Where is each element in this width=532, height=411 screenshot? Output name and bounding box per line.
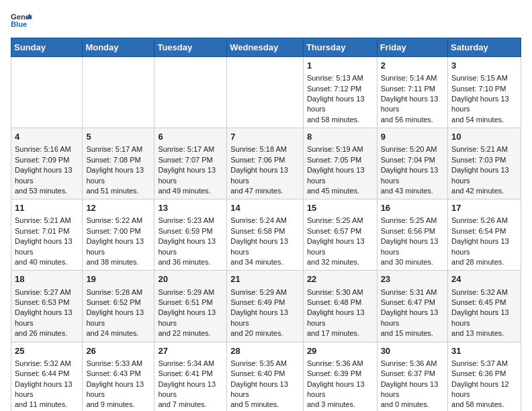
cell-info-line: Daylight hours 13 hours <box>230 236 300 257</box>
cell-info-line: Sunset: 7:08 PM <box>86 155 150 165</box>
cell-info-line: Sunset: 7:00 PM <box>86 226 150 236</box>
cell-info-line: Sunrise: 5:36 AM <box>307 359 373 369</box>
calendar-cell: 11Sunrise: 5:21 AMSunset: 7:01 PMDayligh… <box>11 199 83 271</box>
cell-info-line: Daylight hours 13 hours <box>230 165 300 186</box>
cell-info-line: Sunset: 6:36 PM <box>451 369 517 379</box>
cell-info-line: Sunset: 6:41 PM <box>158 369 223 379</box>
cell-info-line: Daylight hours 13 hours <box>86 379 150 400</box>
cell-info-line: Daylight hours 13 hours <box>86 236 150 257</box>
day-header-wednesday: Wednesday <box>227 38 304 57</box>
cell-info-line: Daylight hours 13 hours <box>451 165 517 186</box>
cell-info-line: and 15 minutes. <box>381 328 444 338</box>
day-number: 19 <box>86 273 150 285</box>
calendar-cell: 28Sunrise: 5:35 AMSunset: 6:40 PMDayligh… <box>227 342 304 411</box>
calendar-cell: 9Sunrise: 5:20 AMSunset: 7:04 PMDaylight… <box>377 128 447 199</box>
cell-info-line: Sunset: 6:53 PM <box>15 298 79 308</box>
cell-info-line: Daylight hours 13 hours <box>381 165 444 186</box>
cell-info-line: Daylight hours 13 hours <box>381 236 444 257</box>
cell-info-line: Sunset: 6:37 PM <box>381 369 444 379</box>
cell-info-line: Sunset: 6:51 PM <box>158 298 223 308</box>
day-header-friday: Friday <box>377 38 447 57</box>
calendar-cell: 8Sunrise: 5:19 AMSunset: 7:05 PMDaylight… <box>303 128 377 199</box>
cell-info-line: and 13 minutes. <box>451 328 517 338</box>
cell-info-line: Sunrise: 5:29 AM <box>158 287 223 298</box>
cell-info-line: Sunrise: 5:16 AM <box>15 144 79 154</box>
calendar-cell: 5Sunrise: 5:17 AMSunset: 7:08 PMDaylight… <box>83 128 154 199</box>
cell-info-line: Daylight hours 13 hours <box>307 236 373 257</box>
calendar-cell: 4Sunrise: 5:16 AMSunset: 7:09 PMDaylight… <box>11 128 83 199</box>
cell-info-line: and 32 minutes. <box>307 257 373 267</box>
cell-info-line: Daylight hours 13 hours <box>15 236 79 257</box>
day-header-thursday: Thursday <box>303 38 377 57</box>
cell-info-line: Sunset: 6:43 PM <box>86 369 150 379</box>
cell-info-line: Sunrise: 5:17 AM <box>158 144 223 154</box>
day-number: 31 <box>451 345 517 357</box>
calendar-cell: 13Sunrise: 5:23 AMSunset: 6:59 PMDayligh… <box>154 199 227 271</box>
cell-info-line: Daylight hours 13 hours <box>381 379 444 400</box>
day-number: 7 <box>230 131 300 143</box>
cell-info-line: and 30 minutes. <box>381 257 444 267</box>
day-number: 24 <box>451 273 517 285</box>
day-number: 4 <box>15 131 79 143</box>
cell-info-line: Sunset: 6:49 PM <box>230 298 300 308</box>
cell-info-line: Daylight hours 13 hours <box>86 308 150 328</box>
cell-info-line: Sunrise: 5:13 AM <box>307 73 373 83</box>
cell-info-line: Sunset: 6:39 PM <box>307 369 373 379</box>
calendar-cell: 17Sunrise: 5:26 AMSunset: 6:54 PMDayligh… <box>448 199 521 271</box>
cell-info-line: Daylight hours 13 hours <box>158 308 223 328</box>
cell-info-line: Daylight hours 13 hours <box>307 379 373 400</box>
day-number: 18 <box>15 273 79 285</box>
day-number: 22 <box>307 273 373 285</box>
day-number: 1 <box>307 60 373 72</box>
day-number: 16 <box>381 202 444 214</box>
cell-info-line: Sunrise: 5:29 AM <box>230 287 300 298</box>
cell-info-line: Daylight hours 13 hours <box>307 94 373 115</box>
calendar-cell <box>227 57 304 128</box>
calendar-cell: 23Sunrise: 5:31 AMSunset: 6:47 PMDayligh… <box>377 271 447 342</box>
calendar-week-2: 4Sunrise: 5:16 AMSunset: 7:09 PMDaylight… <box>11 128 521 199</box>
calendar-week-1: 1Sunrise: 5:13 AMSunset: 7:12 PMDaylight… <box>11 57 521 128</box>
cell-info-line: and 26 minutes. <box>15 328 79 338</box>
cell-info-line: Sunrise: 5:15 AM <box>451 73 517 83</box>
day-header-sunday: Sunday <box>11 38 83 57</box>
cell-info-line: Daylight hours 13 hours <box>86 165 150 186</box>
day-number: 15 <box>307 202 373 214</box>
cell-info-line: and 40 minutes. <box>15 257 79 267</box>
cell-info-line: Sunset: 6:40 PM <box>230 369 300 379</box>
day-number: 3 <box>451 60 517 72</box>
calendar-cell: 21Sunrise: 5:29 AMSunset: 6:49 PMDayligh… <box>227 271 304 342</box>
calendar-cell: 10Sunrise: 5:21 AMSunset: 7:03 PMDayligh… <box>448 128 521 199</box>
calendar-cell: 27Sunrise: 5:34 AMSunset: 6:41 PMDayligh… <box>154 342 227 411</box>
calendar-cell: 14Sunrise: 5:24 AMSunset: 6:58 PMDayligh… <box>227 199 304 271</box>
cell-info-line: and 56 minutes. <box>381 115 444 125</box>
day-number: 6 <box>158 131 223 143</box>
cell-info-line: and 58 minutes. <box>307 115 373 125</box>
cell-info-line: and 22 minutes. <box>158 328 223 338</box>
cell-info-line: Daylight hours 13 hours <box>307 165 373 186</box>
cell-info-line: Daylight hours 13 hours <box>15 308 79 328</box>
calendar-cell: 22Sunrise: 5:30 AMSunset: 6:48 PMDayligh… <box>303 271 377 342</box>
calendar-cell: 19Sunrise: 5:28 AMSunset: 6:52 PMDayligh… <box>83 271 154 342</box>
cell-info-line: Sunrise: 5:34 AM <box>158 359 223 369</box>
calendar-table: SundayMondayTuesdayWednesdayThursdayFrid… <box>11 38 521 411</box>
cell-info-line: Sunset: 7:10 PM <box>451 84 517 94</box>
day-number: 13 <box>158 202 223 214</box>
page-header: General Blue <box>11 11 521 30</box>
cell-info-line: Daylight hours 13 hours <box>451 94 517 115</box>
cell-info-line: Sunset: 6:44 PM <box>15 369 79 379</box>
cell-info-line: and 0 minutes. <box>381 400 444 410</box>
cell-info-line: Sunrise: 5:32 AM <box>15 359 79 369</box>
calendar-cell: 31Sunrise: 5:37 AMSunset: 6:36 PMDayligh… <box>448 342 521 411</box>
cell-info-line: Sunrise: 5:23 AM <box>158 216 223 226</box>
cell-info-line: Sunrise: 5:18 AM <box>230 144 300 154</box>
calendar-cell <box>11 57 83 128</box>
cell-info-line: Sunrise: 5:33 AM <box>86 359 150 369</box>
day-number: 28 <box>230 345 300 357</box>
cell-info-line: Daylight hours 13 hours <box>307 308 373 328</box>
day-number: 11 <box>15 202 79 214</box>
logo: General Blue <box>11 11 32 30</box>
cell-info-line: and 3 minutes. <box>307 400 373 410</box>
cell-info-line: Sunrise: 5:27 AM <box>15 287 79 298</box>
day-number: 30 <box>381 345 444 357</box>
cell-info-line: and 38 minutes. <box>86 257 150 267</box>
